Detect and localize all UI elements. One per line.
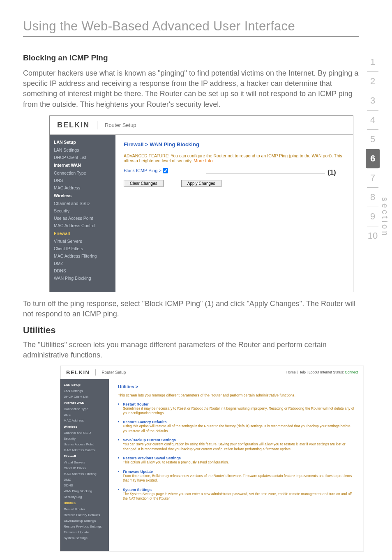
utility-desc: You can save your current configuration … — [123, 442, 355, 452]
blocking-heading: Blocking an ICMP Ping — [23, 53, 359, 62]
sb2-fwu[interactable]: Firmware Update — [60, 530, 109, 535]
internet-status-connected: Connect — [345, 370, 358, 374]
page-title: Using the Web-Based Advanced User Interf… — [23, 19, 359, 34]
clear-changes-button[interactable]: Clear Changes — [124, 180, 164, 187]
adv-text: ADVANCED FEATURE! You can configure the … — [124, 153, 342, 163]
sidebar-item-ddns[interactable]: DDNS — [50, 267, 115, 274]
utility-desc: From time to time, Belkin may release ne… — [123, 474, 355, 483]
sidebar-lan-setup: LAN Setup — [50, 138, 115, 146]
section-tab-7[interactable]: 7 — [366, 168, 380, 187]
sidebar-item-macf[interactable]: MAC Address Filtering — [50, 252, 115, 260]
sidebar-item-vsrv[interactable]: Virtual Servers — [50, 237, 115, 245]
callout-1: (1) — [327, 168, 336, 177]
block-icmp-label: Block ICMP Ping > — [124, 168, 161, 173]
more-info-link[interactable]: More Info — [194, 158, 212, 163]
utility-link[interactable]: Firmware Update — [123, 470, 355, 474]
callout-line — [206, 173, 325, 173]
sidebar-item-conn-type[interactable]: Connection Type — [50, 169, 115, 177]
sidebar-item-cipf[interactable]: Client IP Filters — [50, 245, 115, 252]
section-label: section — [380, 197, 390, 237]
sidebar-item-channel[interactable]: Channel and SSID — [50, 200, 115, 207]
blocking-body: Computer hackers use what is known as "p… — [23, 68, 359, 110]
after-screenshot-text: To turn off the ping response, select "B… — [23, 299, 359, 319]
sb2-wireless: Wireless — [60, 424, 109, 430]
section-tab-6[interactable]: 6 — [366, 149, 380, 168]
sb2-cipf[interactable]: Client IP Filters — [60, 466, 109, 471]
router-setup-title-2: Router Setup — [101, 370, 126, 375]
section-tab-3[interactable]: 3 — [366, 91, 380, 110]
apply-changes-button[interactable]: Apply Changes — [181, 180, 221, 187]
sb2-rfd[interactable]: Restore Factory Defaults — [60, 512, 109, 518]
utility-item: System SettingsThe System Settings page … — [118, 488, 355, 501]
sb2-mac-ctrl[interactable]: MAC Address Control — [60, 447, 109, 453]
sb2-macf[interactable]: MAC Address Filtering — [60, 471, 109, 477]
sb2-utilities: Utilities — [60, 500, 109, 507]
sidebar-item-lan-settings[interactable]: LAN Settings — [50, 146, 115, 154]
utility-item: Restore Previous Saved SettingsThis opti… — [118, 456, 355, 465]
sb2-internet-wan: Internet WAN — [60, 400, 109, 406]
sb2-ddns[interactable]: DDNS — [60, 483, 109, 489]
brand-logo: BELKIN — [57, 121, 97, 129]
utilities-heading: Utilities — [23, 325, 359, 336]
section-tab-5[interactable]: 5 — [366, 130, 380, 149]
block-icmp-checkbox[interactable] — [163, 168, 168, 173]
sb2-wanpb[interactable]: WAN Ping Blocking — [60, 489, 109, 494]
utility-item: Restart RouterSometimes it may be necess… — [118, 402, 355, 416]
sidebar-firewall: Firewall — [50, 229, 115, 237]
sidebar-internet-wan: Internet WAN — [50, 161, 115, 169]
section-tab-4[interactable]: 4 — [366, 111, 380, 129]
sb2-chan[interactable]: Channel and SSID — [60, 430, 109, 436]
screenshot-utilities: BELKIN Router Setup Home | Help | Logout… — [60, 366, 364, 551]
utility-desc: This option will allow you to restore a … — [123, 460, 355, 465]
sb2-conn-type[interactable]: Connection Type — [60, 406, 109, 412]
sb2-mac[interactable]: MAC Address — [60, 418, 109, 424]
utility-link[interactable]: System Settings — [123, 488, 355, 492]
utilities-crumb: Utilities > — [118, 384, 355, 389]
title-rule — [23, 36, 359, 37]
sidebar-item-security[interactable]: Security — [50, 207, 115, 214]
sb2-dhcp[interactable]: DHCP Client List — [60, 394, 109, 400]
sb2-sys[interactable]: System Settings — [60, 535, 109, 541]
sidebar-item-dns[interactable]: DNS — [50, 177, 115, 184]
section-nav: 12345678910 — [366, 53, 380, 245]
router-setup-title: Router Setup — [105, 122, 136, 128]
sidebar-item-mac-ctrl[interactable]: MAC Address Control — [50, 222, 115, 229]
section-tab-9[interactable]: 9 — [366, 207, 380, 226]
utilities-list: Restart RouterSometimes it may be necess… — [118, 402, 355, 501]
brand-logo-2: BELKIN — [66, 369, 96, 376]
utility-desc: Sometimes it may be necessary to Reset o… — [123, 406, 355, 416]
header-status: Home | Help | Logout Internet Status: Co… — [286, 370, 358, 374]
sb2-firewall: Firewall — [60, 453, 109, 460]
utility-item: Firmware UpdateFrom time to time, Belkin… — [118, 470, 355, 483]
utility-link[interactable]: Restore Factory Defaults — [123, 420, 355, 424]
section-tab-1[interactable]: 1 — [366, 53, 380, 71]
status-links[interactable]: Home | Help | Logout Internet Status: — [286, 370, 345, 374]
utility-link[interactable]: Save/Backup Current Settings — [123, 438, 355, 442]
sb2-restart[interactable]: Restart Router — [60, 507, 109, 512]
utility-item: Restore Factory DefaultsUsing this optio… — [118, 420, 355, 433]
sb2-security[interactable]: Security — [60, 436, 109, 442]
sidebar-item-dhcp[interactable]: DHCP Client List — [50, 154, 115, 161]
breadcrumb: Firewall > WAN Ping Blocking — [124, 141, 345, 147]
sb2-sbs[interactable]: Save/Backup Settings — [60, 518, 109, 524]
utilities-body: The "Utilities" screen lets you manage d… — [23, 340, 359, 360]
sb2-dns[interactable]: DNS — [60, 412, 109, 418]
sidebar-item-wanpb[interactable]: WAN Ping Blocking — [50, 274, 115, 282]
section-tab-8[interactable]: 8 — [366, 188, 380, 207]
sidebar-item-dmz[interactable]: DMZ — [50, 260, 115, 267]
utility-link[interactable]: Restart Router — [123, 402, 355, 406]
sidebar-item-ap[interactable]: Use as Access Point — [50, 214, 115, 222]
sb2-ap[interactable]: Use as Access Point — [60, 442, 109, 447]
sb2-vsrv[interactable]: Virtual Servers — [60, 460, 109, 466]
section-tab-10[interactable]: 10 — [366, 226, 380, 245]
router-sidebar-2: LAN Setup LAN Settings DHCP Client List … — [60, 379, 109, 551]
utilities-intro: This screen lets you manage different pa… — [118, 393, 355, 397]
sb2-lan-settings[interactable]: LAN Settings — [60, 388, 109, 394]
sb2-seclog[interactable]: Security Log — [60, 494, 109, 500]
sidebar-item-mac[interactable]: MAC Address — [50, 184, 115, 191]
section-tab-2[interactable]: 2 — [366, 72, 380, 91]
utility-link[interactable]: Restore Previous Saved Settings — [123, 456, 355, 460]
sidebar-wireless: Wireless — [50, 191, 115, 200]
sb2-dmz[interactable]: DMZ — [60, 477, 109, 483]
sb2-rps[interactable]: Restore Previous Settings — [60, 524, 109, 530]
